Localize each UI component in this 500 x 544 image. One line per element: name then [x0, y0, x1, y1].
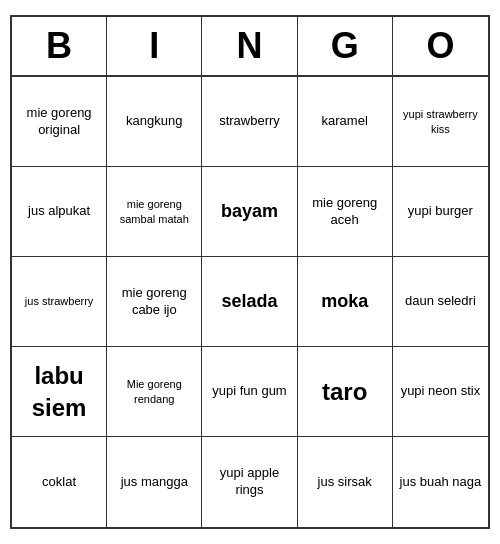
- bingo-cell-23: jus sirsak: [298, 437, 393, 527]
- bingo-cell-6: mie goreng sambal matah: [107, 167, 202, 257]
- header-letter-n: N: [202, 17, 297, 75]
- bingo-cell-3: karamel: [298, 77, 393, 167]
- bingo-cell-0: mie goreng original: [12, 77, 107, 167]
- header-letter-g: G: [298, 17, 393, 75]
- bingo-cell-21: jus mangga: [107, 437, 202, 527]
- bingo-cell-12: selada: [202, 257, 297, 347]
- bingo-cell-17: yupi fun gum: [202, 347, 297, 437]
- bingo-header: BINGO: [12, 17, 488, 77]
- header-letter-i: I: [107, 17, 202, 75]
- bingo-cell-15: labu siem: [12, 347, 107, 437]
- bingo-card: BINGO mie goreng originalkangkungstrawbe…: [10, 15, 490, 529]
- header-letter-b: B: [12, 17, 107, 75]
- bingo-cell-16: Mie goreng rendang: [107, 347, 202, 437]
- bingo-cell-5: jus alpukat: [12, 167, 107, 257]
- bingo-cell-24: jus buah naga: [393, 437, 488, 527]
- bingo-cell-11: mie goreng cabe ijo: [107, 257, 202, 347]
- bingo-cell-8: mie goreng aceh: [298, 167, 393, 257]
- bingo-cell-22: yupi apple rings: [202, 437, 297, 527]
- bingo-cell-10: jus strawberry: [12, 257, 107, 347]
- bingo-cell-1: kangkung: [107, 77, 202, 167]
- bingo-cell-19: yupi neon stix: [393, 347, 488, 437]
- bingo-cell-13: moka: [298, 257, 393, 347]
- bingo-cell-9: yupi burger: [393, 167, 488, 257]
- bingo-cell-4: yupi strawberry kiss: [393, 77, 488, 167]
- bingo-cell-14: daun seledri: [393, 257, 488, 347]
- header-letter-o: O: [393, 17, 488, 75]
- bingo-cell-7: bayam: [202, 167, 297, 257]
- bingo-cell-20: coklat: [12, 437, 107, 527]
- bingo-cell-2: strawberry: [202, 77, 297, 167]
- bingo-grid: mie goreng originalkangkungstrawberrykar…: [12, 77, 488, 527]
- bingo-cell-18: taro: [298, 347, 393, 437]
